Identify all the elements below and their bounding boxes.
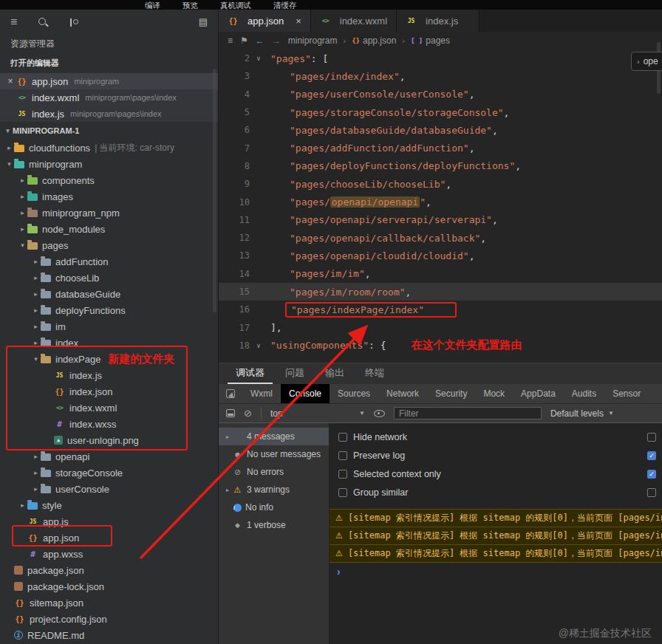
- checkbox-Preserve-log[interactable]: [338, 451, 347, 460]
- tree-item-chooseLib[interactable]: ▸chooseLib: [0, 270, 218, 286]
- tree-item-im[interactable]: ▸im: [0, 318, 218, 335]
- code-line-18[interactable]: 18∨"usingComponents": {在这个文件夹配置路由: [219, 337, 662, 354]
- open-editors-header[interactable]: 打开的编辑器: [0, 52, 218, 73]
- tree-item-README.md[interactable]: iREADME.md: [0, 627, 218, 643]
- code-line-13[interactable]: 13"pages/openapi/cloudid/cloudid",: [219, 247, 662, 264]
- peek-widget[interactable]: › ope: [631, 52, 662, 71]
- checkbox-Hide-network[interactable]: [338, 433, 347, 442]
- editor-tab-index.js[interactable]: JSindex.js: [397, 10, 480, 32]
- code-line-11[interactable]: 11"pages/openapi/serverapi/serverapi",: [219, 211, 662, 229]
- console-filter-No-errors[interactable]: ⊘No errors: [219, 463, 329, 481]
- code-line-8[interactable]: 8"pages/deployFunctions/deployFunctions"…: [219, 157, 662, 175]
- console-filter-4-messages[interactable]: ▸4 messages: [219, 428, 329, 445]
- sidebar-scrollbar[interactable]: [213, 69, 216, 312]
- code-line-3[interactable]: 3"pages/index/index",: [219, 67, 662, 85]
- breadcrumb-pages[interactable]: [ ]pages: [411, 35, 450, 46]
- devtools-tab-Sources[interactable]: Sources: [330, 384, 378, 403]
- code-line-7[interactable]: 7"pages/addFunction/addFunction",: [219, 139, 662, 157]
- tree-item-app.json[interactable]: {}app.json: [0, 530, 218, 546]
- close-tab-icon[interactable]: ×: [296, 16, 301, 27]
- console-prompt-row[interactable]: ›: [330, 563, 662, 580]
- devtools-tab-Security[interactable]: Security: [427, 384, 475, 403]
- forward-arrow-icon[interactable]: →: [272, 35, 281, 46]
- checkbox-right[interactable]: ✓: [647, 451, 656, 460]
- code-line-16[interactable]: 16"pages/indexPage/index": [219, 301, 662, 318]
- dock-icon[interactable]: [226, 409, 235, 417]
- checkbox-right[interactable]: [647, 488, 656, 497]
- inspect-element-button[interactable]: [219, 384, 242, 403]
- devtools-tab-AppData[interactable]: AppData: [513, 384, 564, 403]
- project-header[interactable]: ▾ MINIPROGRAM-1: [0, 122, 218, 140]
- back-arrow-icon[interactable]: ←: [256, 35, 265, 46]
- panel-tab-输出[interactable]: 输出: [317, 363, 352, 384]
- editor-tab-index.wxml[interactable]: <>index.wxml: [311, 10, 397, 32]
- tree-item-app.wxss[interactable]: #app.wxss: [0, 546, 218, 562]
- code-line-4[interactable]: 4"pages/userConsole/userConsole",: [219, 86, 662, 103]
- toolbar-button-真机调试[interactable]: 真机调试: [220, 1, 251, 10]
- search-icon[interactable]: [38, 17, 48, 27]
- devtools-tab-Audits[interactable]: Audits: [564, 384, 604, 403]
- code-area[interactable]: 2∨"pages": [3"pages/index/index",4"pages…: [219, 49, 662, 354]
- code-line-15[interactable]: 15"pages/im/room/room",: [219, 283, 662, 301]
- collapse-panel-icon[interactable]: ▤: [199, 16, 208, 27]
- devtools-tab-Sensor[interactable]: Sensor: [604, 384, 649, 403]
- tree-item-images[interactable]: ▸images: [0, 188, 218, 205]
- tree-item-addFunction[interactable]: ▸addFunction: [0, 253, 218, 270]
- tree-item-index.js[interactable]: JSindex.js: [0, 367, 218, 383]
- panel-tab-调试器[interactable]: 调试器: [228, 363, 273, 384]
- console-warning-1[interactable]: ⚠[sitemap 索引情况提示] 根据 sitemap 的规则[0]，当前页面…: [330, 510, 662, 527]
- tree-item-miniprogram[interactable]: ▾miniprogram: [0, 156, 218, 172]
- devtools-tab-Wxml[interactable]: Wxml: [242, 384, 281, 403]
- tree-item-style[interactable]: ▸style: [0, 497, 218, 513]
- open-editor-index.js[interactable]: JSindex.jsminiprogram\pages\index: [0, 106, 218, 122]
- bookmark-icon[interactable]: ⚑: [240, 35, 248, 46]
- panel-tab-问题[interactable]: 问题: [277, 363, 313, 384]
- tree-item-miniprogram_npm[interactable]: ▸miniprogram_npm: [0, 205, 218, 221]
- panel-tab-终端[interactable]: 终端: [357, 363, 392, 384]
- breadcrumb-miniprogram[interactable]: miniprogram: [288, 35, 338, 46]
- open-editor-index.wxml[interactable]: <>index.wxmlminiprogram\pages\index: [0, 89, 218, 106]
- checkbox-right[interactable]: [647, 433, 656, 442]
- code-line-17[interactable]: 17],: [219, 318, 662, 336]
- code-line-12[interactable]: 12"pages/openapi/callback/callback",: [219, 229, 662, 247]
- console-warning-3[interactable]: ⚠[sitemap 索引情况提示] 根据 sitemap 的规则[0]，当前页面…: [330, 545, 662, 563]
- checkbox-right[interactable]: ✓: [647, 470, 656, 479]
- console-filter-input[interactable]: [394, 407, 542, 419]
- devtools-tab-Mock[interactable]: Mock: [475, 384, 513, 403]
- console-filter-3-warnings[interactable]: ▸⚠3 warnings: [219, 481, 329, 499]
- code-line-5[interactable]: 5"pages/storageConsole/storageConsole",: [219, 103, 662, 121]
- toolbar-button-预览[interactable]: 预览: [182, 1, 198, 10]
- tree-item-index.wxss[interactable]: #index.wxss: [0, 416, 218, 432]
- checkbox-Group-similar[interactable]: [338, 488, 347, 497]
- console-warning-2[interactable]: ⚠[sitemap 索引情况提示] 根据 sitemap 的规则[0]，当前页面…: [330, 527, 662, 545]
- git-branch-icon[interactable]: [69, 17, 78, 28]
- tree-item-node_modules[interactable]: ▸node_modules: [0, 221, 218, 237]
- tree-item-components[interactable]: ▸components: [0, 172, 218, 188]
- tree-item-project.config.json[interactable]: {}project.config.json: [0, 611, 218, 627]
- tree-item-sitemap.json[interactable]: {}sitemap.json: [0, 595, 218, 611]
- toolbar-button-清缓存[interactable]: 清缓存: [273, 1, 297, 10]
- code-line-14[interactable]: 14"pages/im/im",: [219, 265, 662, 283]
- console-filter-No-info[interactable]: iNo info: [219, 499, 329, 516]
- devtools-tab-Console[interactable]: Console: [281, 384, 330, 403]
- console-filter-No-user-messages[interactable]: ☻No user messages: [219, 445, 329, 463]
- toolbar-button-编译[interactable]: 编译: [145, 1, 160, 10]
- tree-item-index.wxml[interactable]: <>index.wxml: [0, 400, 218, 416]
- code-line-2[interactable]: 2∨"pages": [: [219, 49, 662, 67]
- tree-item-indexPage[interactable]: ▾indexPage新建的文件夹: [0, 351, 218, 367]
- context-select[interactable]: top ▼: [270, 408, 365, 419]
- tree-item-package.json[interactable]: package.json: [0, 562, 218, 578]
- code-line-9[interactable]: 9"pages/chooseLib/chooseLib",: [219, 175, 662, 193]
- tree-item-pages[interactable]: ▾pages: [0, 237, 218, 253]
- tree-item-deployFunctions[interactable]: ▸deployFunctions: [0, 302, 218, 318]
- tree-item-user-unlogin.png[interactable]: ▲user-unlogin.png: [0, 432, 218, 448]
- tree-item-databaseGuide[interactable]: ▸databaseGuide: [0, 286, 218, 302]
- live-expression-eye-icon[interactable]: [374, 410, 385, 417]
- tree-item-index.json[interactable]: {}index.json: [0, 383, 218, 400]
- menu-icon[interactable]: ≡: [10, 16, 17, 28]
- code-line-10[interactable]: 10"pages/openapi/openapi",: [219, 193, 662, 210]
- tree-item-cloudfunctions[interactable]: ▸cloudfunctions| 当前环境: car-story: [0, 140, 218, 156]
- log-levels-select[interactable]: Default levels ▼: [550, 408, 614, 419]
- checkbox-Selected-context-only[interactable]: [338, 470, 347, 479]
- console-filter-1-verbose[interactable]: ◆1 verbose: [219, 516, 329, 534]
